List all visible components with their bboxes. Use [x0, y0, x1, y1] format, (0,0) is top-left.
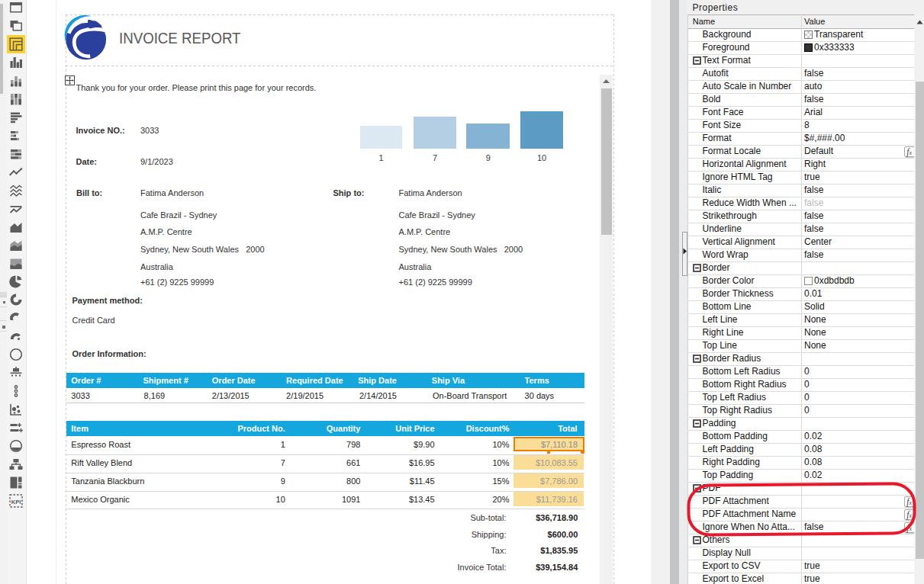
svg-text:KPI: KPI — [11, 498, 21, 505]
